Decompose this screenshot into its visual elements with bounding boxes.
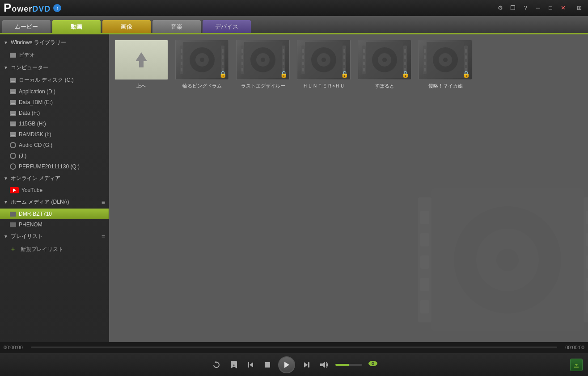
sidebar-item-dmr-bzt710[interactable]: DMR-BZT710	[0, 209, 109, 219]
media-item-5-label: 侵略！？イカ娘	[428, 83, 463, 89]
grid-view-button[interactable]: ⊞	[574, 3, 584, 13]
svg-point-3	[454, 206, 561, 313]
media-item-2[interactable]: 🔒 ラストエグザイルー	[236, 40, 290, 89]
media-item-1[interactable]: 🔒 輪るピングドラム	[175, 40, 229, 89]
svg-rect-11	[586, 211, 588, 224]
help-button[interactable]: ?	[520, 4, 531, 13]
bookmark-button[interactable]: ★	[228, 359, 240, 371]
svg-rect-29	[222, 62, 224, 65]
play-button[interactable]	[278, 356, 295, 373]
svg-rect-57	[343, 62, 345, 65]
svg-point-50	[321, 58, 326, 62]
stop-button[interactable]	[262, 359, 273, 370]
update-icon[interactable]: ↑	[53, 4, 61, 12]
tab-device[interactable]: デバイス	[202, 20, 251, 33]
svg-rect-82	[424, 68, 426, 71]
svg-rect-65	[363, 49, 365, 53]
svg-rect-23	[181, 49, 182, 53]
svg-rect-9	[420, 278, 429, 291]
lock-icon: 🔒	[402, 71, 409, 78]
nav-tabs: ムービー 動画 画像 音楽 デバイス	[0, 16, 588, 33]
previous-button[interactable]	[245, 359, 257, 371]
svg-rect-28	[222, 55, 224, 59]
svg-rect-54	[302, 68, 304, 71]
maximize-button[interactable]: □	[545, 4, 556, 13]
close-button[interactable]: ✕	[558, 4, 568, 13]
main-area: ▼ Windows ライブラリー ビデオ ▼ コンピューター ローカル ディスク…	[0, 34, 588, 342]
logo-area: PowerDVD ↑	[4, 1, 495, 15]
restore-window-button[interactable]: ❐	[508, 4, 518, 13]
collapse-arrow-icon: ▼	[4, 65, 8, 70]
download-button[interactable]	[570, 359, 583, 371]
volume-slider[interactable]	[335, 364, 362, 366]
background-film-reel	[418, 171, 588, 342]
tab-video[interactable]: 動画	[52, 20, 101, 33]
sidebar-item-youtube[interactable]: YouTube	[0, 185, 109, 196]
sidebar-item-app-d[interactable]: Application (D:)	[0, 86, 109, 97]
collapse-arrow-icon: ▼	[4, 234, 8, 239]
sidebar-section-playlist[interactable]: ▼ プレイリスト ≡	[0, 230, 109, 243]
tab-movie[interactable]: ムービー	[2, 20, 51, 33]
up-arrow-icon	[128, 46, 155, 73]
svg-rect-37	[241, 49, 243, 53]
svg-rect-80	[424, 55, 426, 59]
svg-rect-38	[241, 55, 243, 59]
svg-rect-2	[431, 188, 584, 331]
sidebar-item-j[interactable]: (J:)	[0, 150, 109, 161]
sidebar-item-local-c[interactable]: ローカル ディスク (C:)	[0, 74, 109, 86]
sidebar-item-local-c-label: ローカル ディスク (C:)	[19, 76, 74, 84]
lock-icon: 🔒	[280, 71, 288, 78]
sidebar-section-computer[interactable]: ▼ コンピューター	[0, 61, 109, 74]
cd-icon	[10, 163, 16, 170]
thumbnail-3: 🔒	[297, 40, 351, 80]
svg-rect-1	[584, 197, 588, 322]
svg-point-36	[261, 58, 265, 62]
dlna-menu-icon[interactable]: ≡	[102, 199, 105, 206]
next-button[interactable]	[300, 359, 312, 371]
minimize-button[interactable]: ─	[533, 4, 543, 13]
media-item-5[interactable]: 🔒 侵略！？イカ娘	[419, 40, 472, 89]
sidebar-item-ramdisk-i[interactable]: RAMDISK (I:)	[0, 129, 109, 140]
tab-music[interactable]: 音楽	[152, 20, 201, 33]
svg-rect-66	[363, 55, 365, 59]
svg-rect-92	[308, 362, 309, 368]
drive-icon	[10, 89, 16, 94]
svg-marker-91	[284, 362, 289, 368]
sidebar-item-data-ibm-e[interactable]: Data_IBM (E:)	[0, 97, 109, 108]
media-item-4[interactable]: 🔒 すぽると	[358, 40, 411, 89]
svg-rect-84	[465, 55, 467, 59]
settings-button[interactable]: ⚙	[495, 4, 506, 13]
thumbnail-4: 🔒	[358, 40, 411, 80]
svg-rect-43	[283, 62, 284, 65]
thumbnail-2: 🔒	[236, 40, 290, 80]
playlist-menu-icon[interactable]: ≡	[102, 233, 105, 240]
youtube-icon	[10, 187, 19, 193]
sidebar-section-home-media[interactable]: ▼ ホーム メディア (DLNA) ≡	[0, 196, 109, 209]
svg-point-5	[496, 249, 519, 271]
repeat-button[interactable]	[210, 359, 223, 371]
sidebar-item-data-ibm-e-label: Data_IBM (E:)	[19, 99, 53, 105]
computer-label: コンピューター	[11, 64, 48, 71]
svg-rect-83	[465, 49, 467, 53]
media-item-3[interactable]: 🔒 ＨＵＮＴＥＲ×ＨＵ	[297, 40, 351, 89]
sidebar-section-windows-library[interactable]: ▼ Windows ライブラリー	[0, 36, 109, 49]
volume-button[interactable]	[317, 359, 330, 371]
sidebar-item-audio-cd-g[interactable]: Audio CD (G:)	[0, 140, 109, 150]
progress-bar-container[interactable]	[31, 347, 557, 348]
svg-rect-26	[181, 68, 182, 71]
media-item-up[interactable]: 上へ	[114, 40, 168, 89]
online-media-label: オンライン メディア	[11, 175, 60, 182]
sidebar-section-online-media[interactable]: ▼ オンライン メディア	[0, 172, 109, 185]
svg-rect-81	[424, 62, 426, 65]
sidebar-item-perfume-q[interactable]: PERFUME20111130 (Q:)	[0, 161, 109, 172]
tab-image[interactable]: 画像	[102, 20, 151, 33]
thumbnail-1: 🔒	[175, 40, 229, 80]
sidebar-item-video[interactable]: ビデオ	[0, 49, 109, 61]
media-item-1-label: 輪るピングドラム	[182, 83, 222, 89]
view-options-button[interactable]	[368, 359, 378, 370]
sidebar-item-phenom[interactable]: PHENOM	[0, 219, 109, 230]
sidebar-item-data-f[interactable]: Data (F:)	[0, 108, 109, 118]
sidebar-item-115gb-h[interactable]: 115GB (H:)	[0, 118, 109, 129]
app-logo: PowerDVD	[4, 1, 51, 15]
sidebar-item-new-playlist[interactable]: ＋ 新規プレイリスト	[0, 243, 109, 255]
